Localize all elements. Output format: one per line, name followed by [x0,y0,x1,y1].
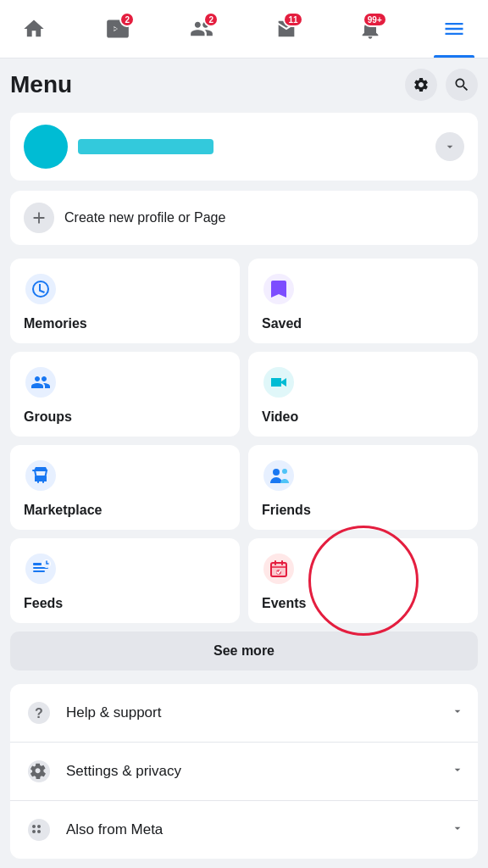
bottom-item-settings[interactable]: Settings & privacy [10,743,478,801]
events-label: Events [262,596,464,611]
svg-point-27 [37,825,41,828]
profile-name [78,139,214,154]
settings-chevron [451,763,464,780]
svg-point-26 [32,825,36,828]
saved-label: Saved [262,316,464,331]
video-label: Video [262,409,464,425]
header-actions [405,69,478,101]
profile-left [24,125,214,169]
svg-point-29 [37,830,41,833]
svg-point-8 [282,469,287,474]
groups-label: Groups [24,409,226,425]
svg-point-28 [32,830,36,833]
bottom-item-help[interactable]: ? Help & support [10,684,478,743]
nav-friends-badge: 2 [203,12,219,27]
menu-item-events[interactable]: Events [248,538,478,623]
feeds-label: Feeds [24,596,226,611]
nav-video-badge: 2 [119,12,135,27]
nav-notifications[interactable]: 99+ [350,8,391,49]
nav-marketplace-badge: 11 [283,12,302,27]
top-navigation: 2 2 11 99+ [0,0,488,58]
meta-icon [24,815,54,845]
nav-home[interactable] [14,8,54,49]
settings-button[interactable] [405,69,437,101]
menu-item-friends[interactable]: Friends [248,445,478,530]
help-left: ? Help & support [24,698,161,728]
avatar [24,125,68,169]
friends-label: Friends [262,503,464,518]
meta-chevron [451,821,464,838]
menu-grid: Memories Saved Groups Video [10,259,478,623]
help-icon: ? [24,698,54,728]
menu-item-marketplace[interactable]: Marketplace [10,445,240,530]
events-annotation-circle [308,526,419,636]
settings-icon [24,756,54,787]
svg-point-7 [273,469,280,476]
search-button[interactable] [446,69,478,101]
menu-item-feeds[interactable]: Feeds [10,538,240,623]
svg-rect-5 [36,476,46,481]
marketplace-label: Marketplace [24,503,226,518]
nav-notifications-badge: 99+ [363,12,387,27]
svg-point-2 [25,367,56,398]
settings-left: Settings & privacy [24,756,181,787]
menu-title: Menu [10,71,72,98]
nav-video[interactable]: 2 [97,8,138,49]
svg-rect-12 [33,570,45,572]
main-content: Menu Create new profile or Page [0,58,488,868]
nav-friends[interactable]: 2 [181,8,222,49]
create-profile-row[interactable]: Create new profile or Page [10,191,478,245]
menu-item-video[interactable]: Video [248,352,478,437]
see-more-button[interactable]: See more [10,632,478,670]
svg-rect-10 [33,563,42,565]
memories-label: Memories [24,316,226,331]
svg-point-6 [263,460,294,491]
help-chevron [451,704,464,721]
menu-header: Menu [10,69,478,101]
nav-marketplace[interactable]: 11 [266,8,307,49]
meta-left: Also from Meta [24,815,163,845]
bottom-item-meta[interactable]: Also from Meta [10,801,478,859]
svg-text:?: ? [35,706,43,721]
meta-label: Also from Meta [66,821,163,838]
menu-item-memories[interactable]: Memories [10,259,240,343]
settings-label: Settings & privacy [66,763,181,780]
menu-item-groups[interactable]: Groups [10,352,240,437]
profile-card[interactable] [10,113,478,181]
plus-icon [24,203,54,233]
menu-item-saved[interactable]: Saved [248,259,478,343]
help-label: Help & support [66,704,161,721]
profile-chevron-button[interactable] [435,132,464,161]
create-profile-label: Create new profile or Page [64,210,225,225]
bottom-list: ? Help & support Settings & privacy [10,684,478,859]
nav-menu[interactable] [434,8,474,49]
